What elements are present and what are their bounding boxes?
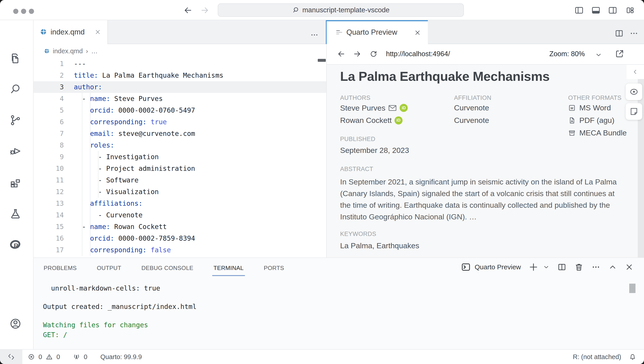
preview-eye-button[interactable]	[626, 84, 642, 100]
split-editor-icon[interactable]	[614, 29, 624, 38]
code-line[interactable]: 9 - Investigation	[34, 151, 326, 163]
preview-url[interactable]: http://localhost:4964/	[386, 50, 450, 58]
code-line[interactable]: 14 - Curvenote	[34, 209, 326, 221]
code-line[interactable]: 6 corresponding: true	[34, 116, 326, 128]
line-number: 6	[34, 116, 64, 128]
panel-tab-ports[interactable]: PORTS	[264, 265, 284, 271]
terminal-scrollbar-thumb[interactable]	[629, 284, 636, 293]
open-external-icon[interactable]	[615, 49, 624, 59]
source-control-icon[interactable]	[9, 114, 22, 127]
tab-close-icon[interactable]	[94, 29, 101, 35]
remote-indicator[interactable]	[0, 350, 22, 364]
panel-tab-debug-console[interactable]: DEBUG CONSOLE	[142, 265, 193, 271]
breadcrumb-more[interactable]: …	[91, 48, 98, 55]
broadcast-count[interactable]: 0	[84, 353, 87, 361]
editor-more-actions-icon[interactable]	[310, 31, 319, 39]
code-text: corresponding: true	[64, 116, 167, 128]
line-number: 2	[34, 70, 64, 81]
account-icon[interactable]	[9, 317, 22, 330]
editor-scrollbar-thumb[interactable]	[318, 59, 326, 62]
bell-icon[interactable]	[629, 353, 636, 361]
code-line[interactable]: 2title: La Palma Earthquake Mechanisms	[34, 70, 326, 81]
format-label: MECA Bundle	[579, 129, 627, 137]
window-close-button[interactable]	[13, 9, 18, 14]
toggle-sidebar-icon[interactable]	[574, 5, 584, 15]
code-text: - Investigation	[64, 151, 159, 163]
email-icon[interactable]	[388, 103, 397, 112]
toggle-panel-icon[interactable]	[591, 5, 601, 15]
errors-count[interactable]: 0	[38, 353, 42, 361]
extensions-icon[interactable]	[9, 176, 22, 189]
window-minimize-button[interactable]	[21, 9, 26, 14]
history-back-icon[interactable]	[183, 5, 193, 15]
tab-quarto-preview[interactable]: Quarto Preview	[327, 20, 428, 44]
code-line[interactable]: 15 - name: Rowan Cockett	[34, 221, 326, 233]
explorer-icon[interactable]	[9, 52, 22, 65]
split-terminal-icon[interactable]	[557, 262, 566, 272]
format-link-msword[interactable]: w MS Word	[568, 103, 611, 112]
tab-index-qmd[interactable]: index.qmd	[34, 20, 108, 44]
new-terminal-icon[interactable]	[528, 262, 538, 272]
author-name: Steve Purves	[340, 104, 385, 112]
format-link-pdf[interactable]: PDF (agu)	[568, 116, 614, 125]
warnings-icon[interactable]	[46, 353, 53, 360]
panel-tab-problems[interactable]: PROBLEMS	[44, 265, 77, 271]
warnings-count[interactable]: 0	[56, 353, 60, 361]
zoom-dropdown-chevron-icon[interactable]	[595, 52, 602, 59]
preview-refresh-icon[interactable]	[369, 50, 378, 58]
broadcast-icon[interactable]	[73, 353, 80, 360]
preview-forward-icon[interactable]	[353, 50, 362, 59]
preview-more-actions-icon[interactable]	[629, 29, 639, 38]
code-line[interactable]: 11 - Software	[34, 174, 326, 186]
errors-icon[interactable]	[28, 353, 35, 360]
line-number: 15	[34, 221, 64, 233]
terminal-dropdown-chevron-icon[interactable]	[543, 264, 550, 270]
code-line[interactable]: 12 - Visualization	[34, 186, 326, 198]
terminal-instance[interactable]: Quarto Preview	[461, 262, 521, 272]
window-zoom-button[interactable]	[29, 9, 34, 14]
toggle-secondary-sidebar-icon[interactable]	[608, 5, 618, 15]
orcid-icon[interactable]: iD	[400, 104, 408, 112]
preview-note-button[interactable]	[626, 103, 642, 120]
r-language-icon[interactable]: R	[9, 238, 22, 251]
code-line[interactable]: 16 orcid: 0000-0002-7859-8394	[34, 233, 326, 244]
run-debug-icon[interactable]	[9, 145, 22, 157]
panel-tab-terminal[interactable]: TERMINAL	[214, 265, 244, 271]
maximize-panel-icon[interactable]	[608, 263, 617, 271]
code-line[interactable]: 4 - name: Steve Purves	[34, 93, 326, 105]
testing-icon[interactable]	[9, 207, 22, 220]
format-link-meca[interactable]: MECA Bundle	[568, 129, 627, 137]
code-line[interactable]: 1---	[34, 58, 326, 70]
keywords-value: La Palma, Earthquakes	[340, 241, 419, 250]
code-line[interactable]: 3author:	[34, 81, 326, 93]
code-line[interactable]: 5 orcid: 0000-0002-0760-5497	[34, 105, 326, 116]
code-line[interactable]: 10 - Project administration	[34, 163, 326, 174]
customize-layout-icon[interactable]	[625, 5, 635, 15]
breadcrumb[interactable]: index.qmd › …	[34, 44, 326, 58]
quarto-version[interactable]: Quarto: 99.9.9	[100, 353, 142, 361]
search-sidebar-icon[interactable]	[9, 83, 22, 95]
line-number: 5	[34, 105, 64, 116]
format-label: MS Word	[579, 103, 611, 112]
code-line[interactable]: 7 email: steve@curvenote.com	[34, 128, 326, 139]
editor-sash[interactable]	[326, 20, 327, 44]
svg-text:R: R	[14, 242, 18, 249]
tab-label: Quarto Preview	[346, 28, 397, 37]
tab-close-icon[interactable]	[414, 29, 421, 36]
close-panel-icon[interactable]	[625, 263, 634, 271]
code-editor[interactable]: 1---2title: La Palma Earthquake Mechanis…	[34, 58, 326, 257]
code-line[interactable]: 8 roles:	[34, 139, 326, 151]
panel-more-actions-icon[interactable]	[591, 262, 600, 272]
command-center-search[interactable]: manuscript-template-vscode	[218, 3, 464, 17]
kill-terminal-icon[interactable]	[574, 262, 584, 272]
orcid-icon[interactable]: iD	[394, 116, 402, 125]
preview-back-icon[interactable]	[337, 50, 346, 59]
r-status[interactable]: R: (not attached)	[573, 353, 621, 361]
collapse-panel-icon[interactable]	[626, 65, 644, 79]
panel-tab-output[interactable]: OUTPUT	[97, 265, 121, 271]
history-forward-icon[interactable]	[200, 5, 210, 15]
code-line[interactable]: 17 corresponding: false	[34, 244, 326, 256]
preview-zoom-label[interactable]: Zoom: 80%	[549, 50, 585, 58]
breadcrumb-file[interactable]: index.qmd	[53, 48, 83, 55]
code-line[interactable]: 13 affiliations:	[34, 198, 326, 209]
